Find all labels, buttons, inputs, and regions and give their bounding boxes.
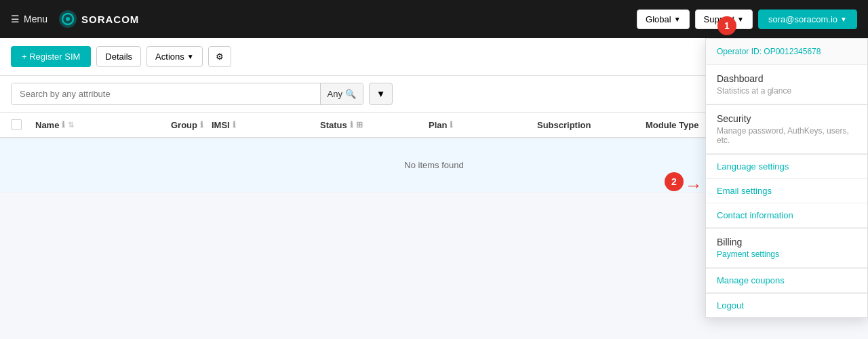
select-all-checkbox[interactable] [11,119,22,130]
plan-info-icon[interactable]: ℹ [450,120,453,129]
support-caret-icon: ▼ [737,16,744,23]
menu-button[interactable]: ☰ Menu [11,14,47,24]
global-label: Global [646,14,671,24]
header: ☰ Menu SORACOM Global ▼ Support ▼ sora@s… [0,0,868,38]
register-sim-button[interactable]: + Register SIM [11,46,91,67]
language-settings-link[interactable]: Language settings [706,155,867,179]
actions-button[interactable]: Actions ▼ [146,46,203,67]
global-caret-icon: ▼ [674,16,681,23]
any-label: Any [328,89,342,99]
operator-id: Operator ID: OP0012345678 [717,47,856,56]
user-button[interactable]: sora@soracom.io ▼ [758,9,857,29]
th-plan: Plan ℹ [429,120,537,130]
th-plan-label: Plan [429,120,447,130]
th-imsi-label: IMSI [212,120,230,130]
th-subscription: Subscription [537,120,646,130]
name-info-icon[interactable]: ℹ [62,120,65,129]
actions-label: Actions [155,52,184,62]
dropdown-dashboard-item[interactable]: Dashboard Statistics at a glance [706,65,867,104]
th-imsi: IMSI ℹ [212,120,320,130]
th-status: Status ℹ ⊞ [320,120,429,130]
th-status-label: Status [320,120,347,130]
search-any-selector[interactable]: Any 🔍 [320,83,363,104]
th-group: Group ℹ [171,120,212,130]
support-button[interactable]: Support ▼ [695,9,753,29]
header-right: Global ▼ Support ▼ sora@soracom.io ▼ [637,9,857,29]
register-sim-label: + Register SIM [22,52,80,62]
soracom-logo-icon [58,9,77,28]
dropdown-security-item[interactable]: Security Manage password, AuthKeys, user… [706,105,867,154]
menu-icon: ☰ [11,14,20,24]
th-name-label: Name [35,120,59,130]
th-module-type-label: Module Type [646,120,698,130]
dashboard-title: Dashboard [717,73,856,84]
actions-caret-icon: ▼ [187,53,194,60]
th-group-label: Group [171,120,197,130]
user-caret-icon: ▼ [840,16,847,23]
search-filter-icon: ▼ [376,89,385,99]
svg-point-2 [66,17,70,21]
status-info-icon[interactable]: ℹ [350,120,353,129]
gear-button[interactable]: ⚙ [208,46,231,67]
group-info-icon[interactable]: ℹ [200,120,203,129]
details-button[interactable]: Details [96,46,141,67]
status-copy-icon[interactable]: ⊞ [356,120,363,129]
user-dropdown-menu: Operator ID: OP0012345678 Dashboard Stat… [705,38,868,193]
th-name: Name ℹ ⇅ [35,120,171,130]
th-subscription-label: Subscription [537,120,591,130]
user-label: sora@soracom.io [768,14,837,24]
global-button[interactable]: Global ▼ [637,9,689,29]
dropdown-dashboard-section: Dashboard Statistics at a glance [706,65,867,105]
logo-text: SORACOM [81,14,139,25]
dropdown-security-section: Security Manage password, AuthKeys, user… [706,105,867,155]
details-label: Details [105,52,132,62]
imsi-info-icon[interactable]: ℹ [233,120,236,129]
search-magnifier-icon: 🔍 [345,89,356,99]
menu-label: Menu [24,14,47,24]
gear-icon: ⚙ [216,52,224,62]
search-input[interactable] [12,83,320,104]
security-title: Security [717,113,856,124]
security-sub: Manage password, AuthKeys, users, etc. [717,126,856,145]
dropdown-header: Operator ID: OP0012345678 [706,39,867,65]
th-checkbox [11,119,35,130]
search-input-wrap: Any 🔍 [11,83,363,105]
dashboard-sub: Statistics at a glance [717,86,856,96]
email-settings-link[interactable]: Email settings [706,179,867,193]
search-filter-button[interactable]: ▼ [369,83,393,105]
logo: SORACOM [58,9,139,28]
header-left: ☰ Menu SORACOM [11,9,139,28]
name-sort-icon[interactable]: ⇅ [68,121,74,129]
support-label: Support [704,14,735,24]
dropdown-settings-section: Language settings Email settings Contact… [706,155,867,193]
